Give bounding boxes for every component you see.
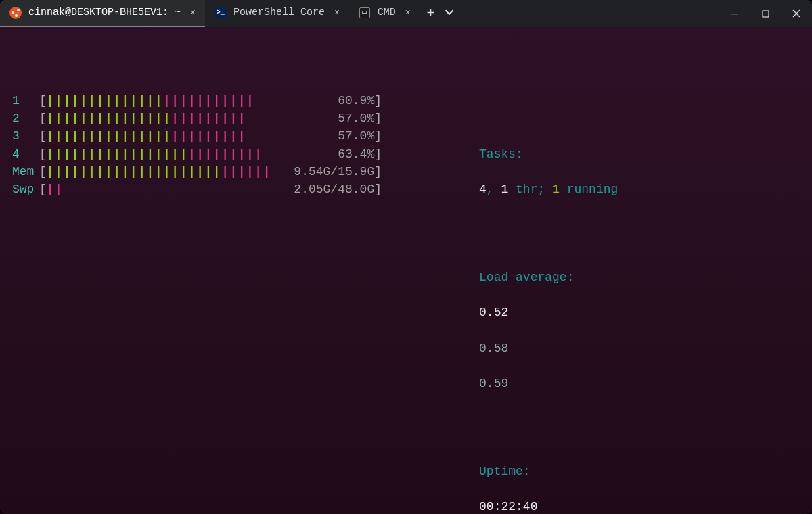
thr-label: thr; bbox=[508, 183, 552, 196]
close-window-button[interactable] bbox=[781, 0, 812, 27]
cpu-pct: 60.9% bbox=[338, 92, 374, 110]
new-tab-button[interactable]: + bbox=[427, 4, 435, 24]
tabs-host: cinnak@DESKTOP-BHE5EV1: ~✕>_PowerShell C… bbox=[0, 0, 420, 27]
tab-close-button[interactable]: ✕ bbox=[190, 7, 196, 20]
running-count: 1 bbox=[552, 183, 560, 196]
chevron-down-icon bbox=[445, 7, 454, 17]
tab-0[interactable]: cinnak@DESKTOP-BHE5EV1: ~✕ bbox=[0, 0, 205, 27]
cpu-index: 4 bbox=[12, 145, 39, 163]
tasks-label: Tasks: bbox=[479, 147, 523, 161]
tasks-count: 4 bbox=[479, 183, 487, 196]
cpu-meter-2: 2 [||||||||||||||||||||||||57.0%] bbox=[12, 110, 382, 127]
swap-value: 2.05G/48.0G bbox=[294, 181, 374, 198]
load-2: 0.58 bbox=[479, 342, 508, 355]
svg-rect-1 bbox=[763, 11, 769, 17]
terminal-window: cinnak@DESKTOP-BHE5EV1: ~✕>_PowerShell C… bbox=[0, 0, 812, 514]
tab-label: cinnak@DESKTOP-BHE5EV1: ~ bbox=[28, 5, 181, 20]
powershell-icon: >_ bbox=[215, 7, 227, 19]
maximize-icon bbox=[762, 10, 769, 18]
tab-2[interactable]: ▭CMD✕ bbox=[349, 0, 420, 27]
tasks-sep: , bbox=[487, 183, 501, 196]
meters-panel: 1 [|||||||||||||||||||||||||60.9%]2 [|||… bbox=[12, 92, 382, 514]
terminal-body[interactable]: 1 [|||||||||||||||||||||||||60.9%]2 [|||… bbox=[0, 27, 812, 514]
cpu-meter-3: 3 [||||||||||||||||||||||||57.0%] bbox=[12, 127, 382, 145]
mem-meter: Mem[|||||||||||||||||||||||||||9.54G/15.… bbox=[12, 163, 382, 181]
tab-close-button[interactable]: ✕ bbox=[334, 7, 340, 20]
load-1: 0.52 bbox=[479, 306, 508, 319]
close-icon bbox=[792, 9, 800, 18]
cpu-pct: 57.0% bbox=[338, 127, 374, 145]
tab-close-button[interactable]: ✕ bbox=[405, 7, 411, 20]
svg-rect-0 bbox=[731, 14, 738, 14]
mem-label: Mem bbox=[12, 163, 39, 181]
uptime-label: Uptime: bbox=[479, 465, 531, 478]
swap-meter: Swp[||2.05G/48.0G] bbox=[12, 181, 382, 198]
cmd-icon: ▭ bbox=[359, 7, 371, 19]
load-3: 0.59 bbox=[479, 377, 508, 390]
cpu-pct: 63.4% bbox=[338, 145, 374, 163]
window-controls bbox=[719, 0, 812, 27]
maximize-button[interactable] bbox=[750, 0, 781, 27]
tab-label: PowerShell Core bbox=[233, 5, 325, 20]
cpu-meter-1: 1 [|||||||||||||||||||||||||60.9%] bbox=[12, 92, 382, 110]
cpu-index: 1 bbox=[12, 92, 39, 110]
mem-value: 9.54G/15.9G bbox=[294, 163, 374, 181]
cpu-index: 2 bbox=[12, 110, 39, 127]
uptime-value: 00:22:40 bbox=[479, 500, 537, 513]
tab-1[interactable]: >_PowerShell Core✕ bbox=[205, 0, 349, 27]
cpu-pct: 57.0% bbox=[338, 110, 374, 127]
ubuntu-icon bbox=[9, 7, 22, 19]
threads-count: 1 bbox=[501, 183, 508, 196]
load-label: Load average: bbox=[479, 271, 574, 284]
minimize-button[interactable] bbox=[719, 0, 750, 27]
minimize-icon bbox=[730, 9, 738, 18]
swap-label: Swp bbox=[12, 181, 39, 198]
titlebar: cinnak@DESKTOP-BHE5EV1: ~✕>_PowerShell C… bbox=[0, 0, 812, 27]
system-stats: Tasks: 4, 1 thr; 1 running Load average:… bbox=[406, 92, 618, 514]
tab-label: CMD bbox=[378, 5, 396, 20]
running-label: running bbox=[560, 183, 618, 196]
cpu-index: 3 bbox=[12, 127, 39, 145]
tab-dropdown-button[interactable] bbox=[445, 5, 454, 22]
cpu-meter-4: 4 [||||||||||||||||||||||||||63.4%] bbox=[12, 145, 382, 163]
